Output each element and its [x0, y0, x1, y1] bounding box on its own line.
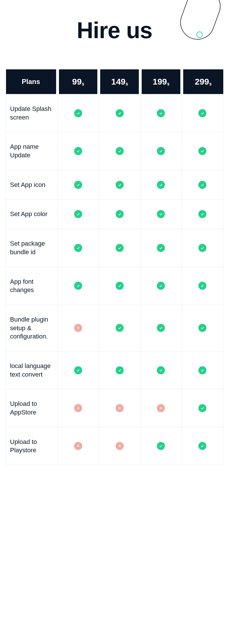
- feature-cell: [99, 267, 140, 305]
- check-icon: [198, 282, 206, 290]
- feature-label: App name Update: [6, 132, 58, 170]
- feature-cell: [58, 351, 99, 389]
- feature-cell: [99, 170, 140, 199]
- feature-cell: [140, 305, 182, 351]
- feature-label: local language text convert: [6, 351, 58, 389]
- feature-label: Update Splash screen: [6, 94, 58, 132]
- check-icon: [116, 181, 124, 189]
- check-icon: [74, 109, 82, 117]
- feature-label: Set package bundle id: [6, 229, 58, 267]
- feature-cell: [58, 389, 99, 427]
- check-icon: [198, 324, 206, 332]
- check-icon: [74, 147, 82, 155]
- check-icon: [157, 147, 165, 155]
- check-icon: [74, 210, 82, 218]
- feature-cell: [182, 427, 223, 465]
- feature-row: App font changes: [6, 267, 223, 305]
- check-icon: [74, 282, 82, 290]
- feature-cell: [140, 170, 182, 199]
- feature-row: Set package bundle id: [6, 229, 223, 267]
- check-icon: [74, 181, 82, 189]
- feature-cell: [99, 351, 140, 389]
- feature-row: Update Splash screen: [6, 94, 223, 132]
- feature-cell: [140, 229, 182, 267]
- feature-cell: [182, 94, 223, 132]
- feature-cell: [140, 389, 182, 427]
- feature-cell: [58, 132, 99, 170]
- check-icon: [157, 366, 165, 374]
- feature-cell: [140, 94, 182, 132]
- check-icon: [198, 181, 206, 189]
- feature-cell: [140, 132, 182, 170]
- feature-cell: [99, 305, 140, 351]
- feature-row: Set App icon: [6, 170, 223, 199]
- feature-cell: [58, 305, 99, 351]
- check-icon: [116, 210, 124, 218]
- check-icon: [116, 109, 124, 117]
- feature-cell: [140, 427, 182, 465]
- feature-cell: [58, 229, 99, 267]
- feature-label: App font changes: [6, 267, 58, 305]
- feature-cell: [182, 305, 223, 351]
- currency: $: [126, 82, 128, 86]
- feature-row: App name Update: [6, 132, 223, 170]
- check-icon: [198, 404, 206, 412]
- check-icon: [198, 109, 206, 117]
- feature-cell: [140, 199, 182, 229]
- x-icon: [74, 404, 82, 412]
- feature-cell: [99, 94, 140, 132]
- feature-cell: [58, 427, 99, 465]
- currency: $: [210, 82, 212, 86]
- plans-header-row: Plans 99$ 149$ 199$ 299$: [6, 69, 223, 94]
- feature-row: local language text convert: [6, 351, 223, 389]
- feature-row: Upload to AppStore: [6, 389, 223, 427]
- feature-cell: [182, 132, 223, 170]
- feature-cell: [182, 267, 223, 305]
- feature-row: Upload to Playstore: [6, 427, 223, 465]
- plans-header-label: Plans: [6, 69, 58, 94]
- feature-cell: [99, 132, 140, 170]
- check-icon: [198, 244, 206, 252]
- check-icon: [157, 210, 165, 218]
- feature-label: Upload to Playstore: [6, 427, 58, 465]
- check-icon: [157, 109, 165, 117]
- feature-label: Set App color: [6, 199, 58, 229]
- feature-row: Set App color: [6, 199, 223, 229]
- feature-cell: [140, 351, 182, 389]
- feature-label: Set App icon: [6, 170, 58, 199]
- feature-cell: [99, 389, 140, 427]
- check-icon: [157, 181, 165, 189]
- check-icon: [116, 324, 124, 332]
- check-icon: [74, 366, 82, 374]
- feature-cell: [99, 199, 140, 229]
- feature-cell: [58, 199, 99, 229]
- check-icon: [157, 442, 165, 450]
- x-icon: [157, 404, 165, 412]
- plan-price-2: 199$: [140, 69, 182, 94]
- feature-label: Upload to AppStore: [6, 389, 58, 427]
- feature-cell: [182, 170, 223, 199]
- check-icon: [157, 244, 165, 252]
- check-icon: [116, 282, 124, 290]
- plan-price-0: 99$: [58, 69, 99, 94]
- check-icon: [116, 147, 124, 155]
- check-icon: [198, 210, 206, 218]
- feature-cell: [58, 94, 99, 132]
- x-icon: [116, 404, 124, 412]
- feature-cell: [140, 267, 182, 305]
- x-icon: [74, 442, 82, 450]
- feature-row: Bundle plugin setup & configuration.: [6, 305, 223, 351]
- check-icon: [198, 147, 206, 155]
- feature-cell: [99, 427, 140, 465]
- check-icon: [116, 366, 124, 374]
- check-icon: [198, 442, 206, 450]
- plan-price-3: 299$: [182, 69, 223, 94]
- feature-label: Bundle plugin setup & configuration.: [6, 305, 58, 351]
- feature-cell: [58, 170, 99, 199]
- x-icon: [116, 442, 124, 450]
- feature-cell: [182, 229, 223, 267]
- currency: $: [167, 82, 169, 86]
- feature-cell: [182, 389, 223, 427]
- check-icon: [74, 244, 82, 252]
- pricing-table: Plans 99$ 149$ 199$ 299$ Update Splash s…: [6, 69, 223, 465]
